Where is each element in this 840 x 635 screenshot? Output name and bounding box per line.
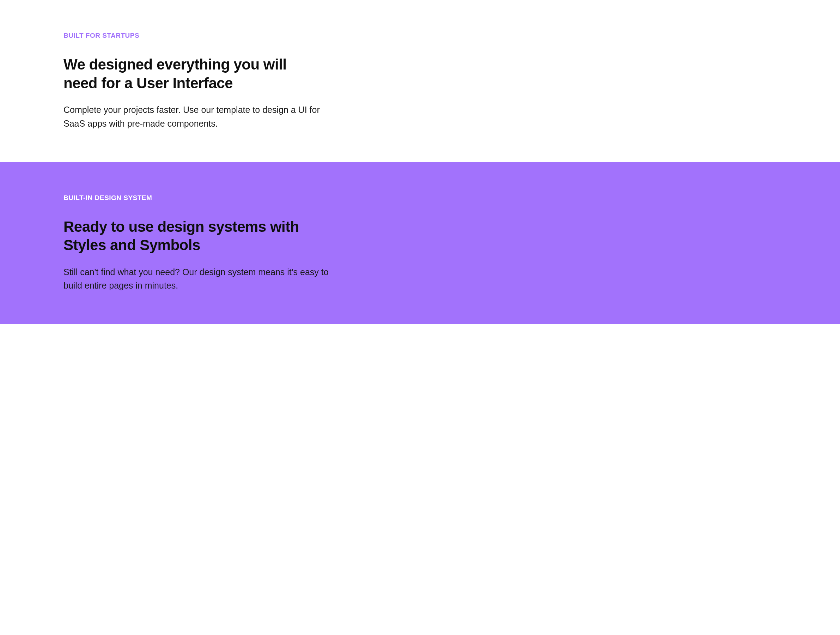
eyebrow-label: BUILT-IN DESIGN SYSTEM bbox=[63, 194, 777, 202]
section-design-system: BUILT-IN DESIGN SYSTEM Ready to use desi… bbox=[0, 162, 840, 325]
eyebrow-label: BUILT FOR STARTUPS bbox=[63, 32, 777, 39]
section-heading: Ready to use design systems with Styles … bbox=[63, 218, 310, 255]
section-body: Complete your projects faster. Use our t… bbox=[63, 103, 338, 131]
section-body: Still can't find what you need? Our desi… bbox=[63, 265, 338, 293]
section-startups: BUILT FOR STARTUPS We designed everythin… bbox=[0, 0, 840, 162]
section-heading: We designed everything you will need for… bbox=[63, 55, 310, 92]
